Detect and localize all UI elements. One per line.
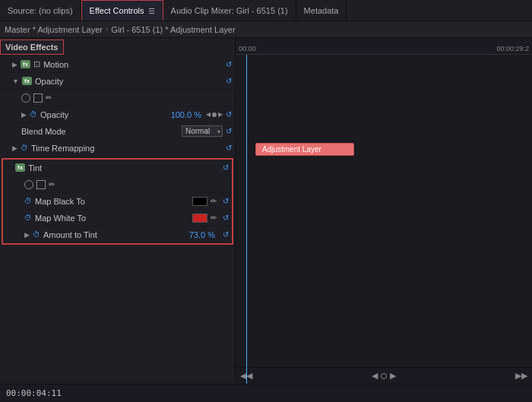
opacity-reset[interactable]: ↺ bbox=[226, 77, 232, 85]
tint-name: Tint bbox=[28, 163, 220, 173]
timeline-transport: ◀ ▶ bbox=[372, 371, 396, 381]
timeline-ruler: 00:00 00:00;29:2 bbox=[236, 38, 532, 55]
opacity-keyframe-dot[interactable] bbox=[212, 112, 217, 117]
timeline-dot[interactable] bbox=[381, 373, 387, 379]
tint-fx-badge: fx bbox=[15, 163, 25, 172]
opacity-checkbox[interactable] bbox=[21, 93, 30, 103]
timeline-map-white-row bbox=[240, 208, 527, 225]
blend-mode-select[interactable]: Normal Multiply Screen bbox=[182, 125, 223, 137]
tab-metadata-label: Metadata bbox=[304, 6, 339, 15]
effects-panel: Video Effects ▶ fx ⊡ Motion ↺ ▼ fx Opaci… bbox=[0, 38, 236, 384]
bottom-bar: 00:00:04:11 bbox=[0, 384, 532, 402]
timeline-panel: 00:00 00:00;29:2 Adjustment Layer ◀ bbox=[236, 38, 532, 384]
tab-bar: Source: (no clips) Effect Controls ☰ Aud… bbox=[0, 0, 532, 21]
timeline-opacity-icons-row bbox=[240, 91, 527, 108]
map-white-swatch[interactable] bbox=[192, 214, 207, 223]
opacity-value-expand[interactable]: ▶ bbox=[21, 111, 27, 119]
main-area: Video Effects ▶ fx ⊡ Motion ↺ ▼ fx Opaci… bbox=[0, 38, 532, 384]
tab-source[interactable]: Source: (no clips) bbox=[0, 0, 81, 21]
blend-mode-row: Blend Mode Normal Multiply Screen ↺ bbox=[0, 123, 235, 140]
timeline-forward[interactable]: ▶ bbox=[390, 371, 396, 381]
motion-row: ▶ fx ⊡ Motion ↺ bbox=[0, 56, 235, 73]
tab-effect-controls[interactable]: Effect Controls ☰ bbox=[81, 0, 163, 21]
opacity-value-reset[interactable]: ↺ bbox=[226, 110, 232, 119]
motion-expand[interactable]: ▶ bbox=[12, 61, 17, 68]
time-remapping-icon: ⏱ bbox=[21, 144, 28, 152]
ruler-end: 00:00;29:2 bbox=[496, 45, 529, 52]
map-black-row: ⏱ Map Black To ✏ ↺ bbox=[3, 193, 232, 210]
timeline-opacity-row bbox=[240, 74, 527, 91]
map-white-label: Map White To bbox=[35, 214, 192, 223]
map-white-stopwatch[interactable]: ⏱ bbox=[24, 214, 32, 222]
opacity-value-label: Opacity bbox=[40, 110, 171, 119]
tint-icons-row: ✏ bbox=[3, 176, 232, 193]
timeline-nav-right[interactable]: ▶▶ bbox=[515, 371, 527, 381]
motion-clip-icon: ⊡ bbox=[33, 59, 40, 69]
map-black-reset[interactable]: ↺ bbox=[223, 197, 229, 205]
timeline-tint-row bbox=[240, 158, 527, 175]
amount-expand[interactable]: ▶ bbox=[24, 231, 30, 239]
opacity-prev[interactable]: ◀ bbox=[206, 111, 211, 118]
opacity-square[interactable] bbox=[33, 93, 43, 103]
tint-square[interactable] bbox=[36, 180, 46, 189]
opacity-icons-row: ✏ bbox=[0, 90, 235, 106]
tint-section: fx Tint ↺ ✏ ⏱ Map Black To ✏ ↺ ⏱ Map W bbox=[2, 158, 233, 245]
blend-mode-reset[interactable]: ↺ bbox=[226, 127, 232, 135]
motion-fx-badge: fx bbox=[21, 60, 30, 68]
motion-name: Motion bbox=[43, 60, 223, 69]
map-white-row: ⏱ Map White To ✏ ↺ bbox=[3, 210, 232, 226]
timeline-bottom-nav: ◀◀ ◀ ▶ ▶▶ bbox=[236, 367, 532, 384]
map-white-pencil[interactable]: ✏ bbox=[211, 214, 217, 222]
amount-label: Amount to Tint bbox=[43, 230, 189, 239]
map-black-pencil[interactable]: ✏ bbox=[211, 197, 217, 205]
blend-mode-label: Blend Mode bbox=[21, 127, 182, 136]
timeline-tint-icons-row bbox=[240, 175, 527, 192]
opacity-value-row: ▶ ⏱ Opacity 100.0 % ◀ ▶ ↺ bbox=[0, 106, 235, 123]
breadcrumb-chevron: › bbox=[106, 25, 108, 33]
tint-checkbox[interactable] bbox=[24, 180, 33, 189]
opacity-stopwatch[interactable]: ⏱ bbox=[30, 110, 37, 119]
opacity-name: Opacity bbox=[35, 77, 223, 86]
amount-stopwatch[interactable]: ⏱ bbox=[33, 230, 40, 239]
opacity-next[interactable]: ▶ bbox=[218, 111, 223, 118]
timeline-time-remap-row: Adjustment Layer bbox=[240, 141, 527, 158]
amount-value[interactable]: 73.0 % bbox=[189, 230, 215, 239]
tab-menu-icon[interactable]: ☰ bbox=[148, 7, 155, 15]
opacity-expand[interactable]: ▼ bbox=[12, 78, 19, 85]
breadcrumb: Master * Adjustment Layer › Girl - 6515 … bbox=[0, 21, 532, 38]
timeline-motion-row bbox=[240, 58, 527, 74]
timeline-content: Adjustment Layer ◀◀ ◀ ▶ ▶▶ bbox=[236, 55, 532, 384]
map-white-reset[interactable]: ↺ bbox=[223, 214, 229, 222]
map-black-swatch[interactable] bbox=[192, 197, 207, 206]
adjustment-layer-block: Adjustment Layer bbox=[255, 143, 354, 156]
timeline-map-black-row bbox=[240, 192, 527, 208]
amount-tint-row: ▶ ⏱ Amount to Tint 73.0 % ↺ bbox=[3, 226, 232, 243]
tab-audio-mixer-label: Audio Clip Mixer: Girl - 6515 (1) bbox=[171, 6, 288, 15]
playhead-line bbox=[246, 55, 247, 384]
tint-pencil[interactable]: ✏ bbox=[49, 180, 55, 188]
time-remapping-name: Time Remapping bbox=[31, 144, 223, 153]
timecode: 00:00:04:11 bbox=[6, 388, 62, 398]
blend-mode-select-wrapper[interactable]: Normal Multiply Screen bbox=[182, 125, 223, 137]
tab-source-label: Source: (no clips) bbox=[8, 6, 73, 15]
tint-reset[interactable]: ↺ bbox=[223, 163, 229, 172]
timeline-rewind[interactable]: ◀ bbox=[372, 371, 378, 381]
timeline-blend-row bbox=[240, 125, 527, 141]
time-remapping-expand[interactable]: ▶ bbox=[12, 144, 17, 152]
opacity-row: ▼ fx Opacity ↺ bbox=[0, 73, 235, 90]
tab-audio-mixer[interactable]: Audio Clip Mixer: Girl - 6515 (1) bbox=[163, 0, 296, 21]
video-effects-header: Video Effects bbox=[0, 40, 64, 55]
motion-reset[interactable]: ↺ bbox=[226, 60, 232, 68]
amount-reset[interactable]: ↺ bbox=[223, 230, 229, 239]
breadcrumb-clip: Girl - 6515 (1) * Adjustment Layer bbox=[111, 25, 235, 34]
tab-metadata[interactable]: Metadata bbox=[296, 0, 347, 21]
time-remapping-reset[interactable]: ↺ bbox=[226, 144, 232, 152]
map-black-stopwatch[interactable]: ⏱ bbox=[24, 197, 32, 205]
opacity-nav: ◀ ▶ bbox=[206, 111, 223, 118]
timeline-opacity-value-row bbox=[240, 108, 527, 125]
opacity-pencil[interactable]: ✏ bbox=[46, 93, 52, 102]
tab-effect-controls-label: Effect Controls bbox=[90, 6, 144, 15]
tint-row: fx Tint ↺ bbox=[3, 160, 232, 176]
ruler-start: 00:00 bbox=[239, 45, 256, 52]
opacity-value[interactable]: 100.0 % bbox=[171, 110, 201, 119]
